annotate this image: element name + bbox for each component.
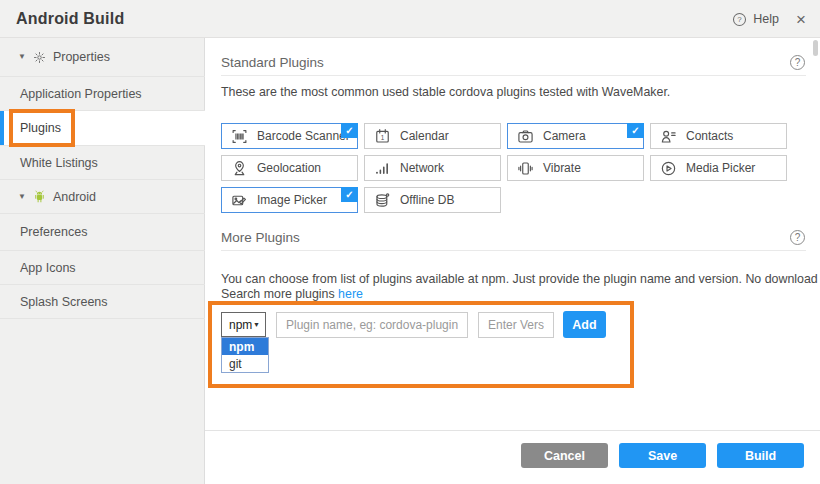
- sidebar-item-application-properties[interactable]: Application Properties: [0, 77, 205, 111]
- divider: [221, 250, 806, 251]
- sidebar-item-label: App Icons: [20, 261, 76, 275]
- sidebar-item-label: Preferences: [20, 225, 87, 239]
- sidebar: ▼ Properties Application Properties Plug…: [0, 38, 205, 484]
- plugin-tile-vibrate[interactable]: Vibrate ✓: [507, 155, 644, 181]
- check-icon: ✓: [627, 123, 644, 138]
- dialog-header: Android Build ? Help ×: [0, 0, 820, 38]
- sidebar-group-label: Android: [53, 190, 96, 204]
- plugin-label: Image Picker: [257, 193, 327, 207]
- plugin-label: Offline DB: [400, 193, 454, 207]
- sidebar-group-label: Properties: [53, 50, 110, 64]
- sidebar-item-splash-screens[interactable]: Splash Screens: [0, 285, 205, 319]
- calendar-icon: 1: [374, 128, 391, 145]
- sidebar-item-label: Plugins: [20, 121, 61, 135]
- plugin-tile-barcode-scanner[interactable]: Barcode Scanner ✓: [221, 123, 358, 149]
- sidebar-item-label: Splash Screens: [20, 295, 108, 309]
- plugin-label: Contacts: [686, 129, 733, 143]
- select-value: npm: [229, 318, 252, 332]
- close-icon[interactable]: ×: [796, 11, 806, 28]
- plugin-source-select[interactable]: npm ▼: [221, 312, 266, 337]
- chevron-down-icon: ▼: [18, 53, 26, 61]
- barcode-icon: [231, 128, 248, 145]
- page-title: Android Build: [16, 0, 124, 38]
- more-plugins-title: More Plugins: [221, 230, 300, 245]
- chevron-down-icon: ▼: [18, 193, 26, 201]
- standard-plugins-title: Standard Plugins: [221, 55, 324, 70]
- android-icon: [33, 190, 46, 203]
- svg-text:1: 1: [381, 133, 385, 140]
- plugin-tile-image-picker[interactable]: Image Picker ✓: [221, 187, 358, 213]
- plugin-label: Barcode Scanner: [257, 129, 350, 143]
- camera-icon: [517, 128, 534, 145]
- sidebar-group-android[interactable]: ▼ Android: [0, 180, 205, 214]
- divider: [205, 430, 820, 431]
- search-plugins-link[interactable]: here: [338, 287, 363, 301]
- plugin-label: Camera: [543, 129, 586, 143]
- cancel-button[interactable]: Cancel: [521, 443, 608, 468]
- plugin-label: Calendar: [400, 129, 449, 143]
- sidebar-item-preferences[interactable]: Preferences: [0, 214, 205, 251]
- plugin-label: Vibrate: [543, 161, 581, 175]
- svg-text:?: ?: [738, 15, 743, 24]
- plugin-tile-contacts[interactable]: Contacts ✓: [650, 123, 787, 149]
- sidebar-group-properties[interactable]: ▼ Properties: [0, 38, 205, 77]
- dropdown-option-git[interactable]: git: [222, 355, 268, 372]
- vibrate-icon: [517, 160, 534, 177]
- sidebar-item-label: Application Properties: [20, 87, 142, 101]
- dropdown-option-npm[interactable]: npm: [222, 338, 268, 355]
- android-build-dialog: Android Build ? Help × ▼ Properties Appl…: [0, 0, 820, 484]
- help-label: Help: [753, 12, 779, 26]
- plugin-version-input[interactable]: [478, 312, 554, 338]
- contacts-icon: [660, 128, 677, 145]
- plugin-tile-geolocation[interactable]: Geolocation ✓: [221, 155, 358, 181]
- plugin-label: Media Picker: [686, 161, 755, 175]
- plugin-tile-network[interactable]: Network ✓: [364, 155, 501, 181]
- search-plugins-text: Search more plugins: [221, 287, 335, 301]
- plugin-tile-calendar[interactable]: 1 Calendar ✓: [364, 123, 501, 149]
- add-button[interactable]: Add: [563, 311, 606, 338]
- save-button[interactable]: Save: [619, 443, 706, 468]
- plugin-label: Geolocation: [257, 161, 321, 175]
- divider: [221, 75, 806, 76]
- main-content: Standard Plugins ? These are the most co…: [205, 38, 820, 484]
- scrollbar-thumb[interactable]: [813, 40, 818, 56]
- question-circle-icon[interactable]: ?: [790, 230, 805, 245]
- check-icon: ✓: [341, 123, 358, 138]
- check-icon: ✓: [341, 187, 358, 202]
- search-plugins-line: Search more plugins here: [221, 287, 363, 301]
- sidebar-item-app-icons[interactable]: App Icons: [0, 251, 205, 285]
- network-icon: [374, 160, 391, 177]
- gear-icon: [33, 51, 46, 64]
- build-button[interactable]: Build: [717, 443, 804, 468]
- plugin-label: Network: [400, 161, 444, 175]
- question-circle-icon: ?: [732, 12, 747, 27]
- question-circle-icon[interactable]: ?: [790, 55, 805, 70]
- offline-db-icon: [374, 192, 391, 209]
- plugin-tile-camera[interactable]: Camera ✓: [507, 123, 644, 149]
- sidebar-item-label: White Listings: [20, 156, 98, 170]
- caret-down-icon: ▼: [253, 321, 260, 328]
- sidebar-item-white-listings[interactable]: White Listings: [0, 146, 205, 180]
- plugin-name-input[interactable]: [276, 312, 468, 338]
- plugin-tile-media-picker[interactable]: Media Picker ✓: [650, 155, 787, 181]
- standard-plugins-description: These are the most common used stable co…: [221, 85, 670, 99]
- plugin-tile-offline-db[interactable]: Offline DB ✓: [364, 187, 501, 213]
- sidebar-item-plugins[interactable]: Plugins: [0, 111, 206, 146]
- more-plugins-description: You can choose from list of plugins avai…: [221, 272, 820, 286]
- image-picker-icon: [231, 192, 248, 209]
- geolocation-icon: [231, 160, 248, 177]
- help-button[interactable]: ? Help: [732, 12, 779, 27]
- plugin-source-dropdown: npm git: [221, 337, 269, 373]
- media-picker-icon: [660, 160, 677, 177]
